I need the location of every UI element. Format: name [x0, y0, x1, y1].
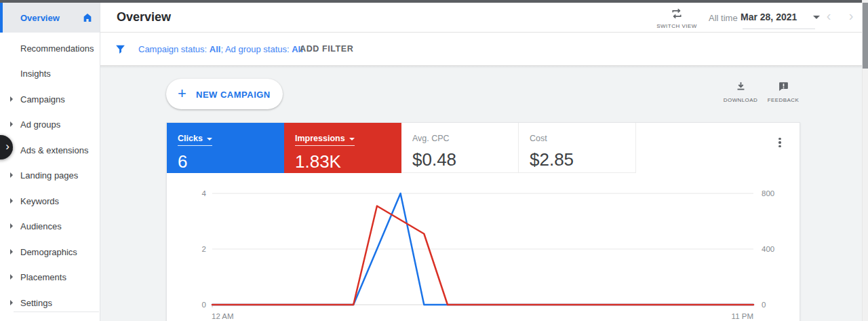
expand-triangle-icon [10, 198, 13, 204]
expand-triangle-icon [10, 300, 13, 305]
scorecard-clicks[interactable]: Clicks6 [167, 123, 284, 173]
sidebar-item-label: Ad groups [20, 119, 60, 130]
expand-triangle-icon [10, 274, 13, 280]
scorecard-label: Cost [530, 134, 547, 143]
switch-view-button[interactable]: SWITCH VIEW [651, 6, 703, 33]
overview-card: Clicks6Impressions1.83KAvg. CPC$0.48Cost… [166, 122, 800, 321]
next-date-button[interactable]: › [843, 8, 859, 24]
sidebar-item-label: Campaigns [20, 94, 65, 104]
axis-tick-label: 400 [762, 245, 774, 253]
overview-chart: 024040080012 AM11 PM [167, 174, 801, 321]
expand-triangle-icon [10, 172, 13, 178]
google-ads-overview-page: Overview RecommendationsInsightsCampaign… [0, 0, 868, 321]
sidebar-item-keywords[interactable]: Keywords [0, 188, 100, 214]
sidebar-item-recommendations[interactable]: Recommendations [0, 35, 100, 61]
scorecard-cost[interactable]: Cost$2.85 [519, 123, 636, 173]
sidebar-item-demographics[interactable]: Demographics [0, 239, 100, 265]
sidebar-item-overview[interactable]: Overview [0, 3, 100, 33]
scorecard-value: $0.48 [412, 149, 518, 170]
scrollbar [862, 0, 868, 321]
home-icon [82, 12, 93, 23]
scorecard-label: Impressions [295, 134, 355, 146]
axis-tick-label: 2 [202, 245, 206, 253]
sidebar-item-label: Audiences [20, 221, 62, 231]
scorecard-value: $2.85 [530, 149, 635, 170]
sidebar-item-audiences[interactable]: Audiences [0, 214, 100, 240]
axis-tick-label: 12 AM [212, 312, 234, 320]
download-icon [735, 81, 747, 92]
selected-indicator-bar [0, 3, 3, 33]
axis-tick-label: 11 PM [732, 312, 753, 320]
feedback-button[interactable]: FEEDBACK [763, 81, 804, 103]
switch-view-icon [669, 7, 684, 20]
sidebar-item-label: Landing pages [20, 170, 78, 181]
new-campaign-label: NEW CAMPAIGN [196, 90, 271, 100]
plus-icon: + [178, 85, 186, 102]
new-campaign-button[interactable]: + NEW CAMPAIGN [166, 79, 283, 109]
download-button[interactable]: DOWNLOAD [720, 81, 761, 103]
scorecard-value: 6 [178, 151, 284, 172]
feedback-icon [778, 81, 789, 92]
active-filters[interactable]: Campaign status: All; Ad group status: A… [138, 44, 303, 54]
axis-tick-label: 0 [202, 301, 206, 309]
sidebar-item-label: Demographics [20, 246, 77, 257]
axis-tick-label: 800 [762, 189, 774, 197]
sidebar-item-landing-pages[interactable]: Landing pages [0, 163, 100, 189]
axis-tick-label: 0 [762, 301, 766, 309]
card-options-button[interactable] [774, 136, 786, 149]
series-line-impressions [212, 206, 753, 305]
switch-view-label: SWITCH VIEW [651, 23, 703, 29]
sidebar-item-label: Placements [20, 272, 66, 282]
main-content: + NEW CAMPAIGN DOWNLOAD FEEDBACK Clicks6… [100, 66, 862, 321]
sidebar-item-ads-extensions[interactable]: Ads & extensions [0, 137, 100, 163]
sidebar: Overview RecommendationsInsightsCampaign… [0, 3, 100, 321]
sidebar-item-ad-groups[interactable]: Ad groups [0, 112, 100, 138]
scorecard-impressions[interactable]: Impressions1.83K [284, 123, 401, 173]
chevron-down-icon [207, 138, 212, 140]
sidebar-item-label: Insights [20, 69, 51, 79]
sidebar-item-label: Overview [20, 13, 60, 23]
sidebar-item-label: Keywords [20, 195, 59, 206]
sidebar-item-label: Recommendations [20, 43, 94, 53]
filter-bar: Campaign status: All; Ad group status: A… [100, 33, 862, 66]
page-title: Overview [117, 10, 171, 24]
date-range-selector[interactable]: Mar 28, 2021 [741, 11, 820, 23]
scorecard-label: Clicks [178, 134, 212, 146]
expand-triangle-icon [10, 121, 13, 127]
feedback-label: FEEDBACK [763, 97, 804, 103]
chevron-right-icon: › [5, 140, 9, 153]
sidebar-item-label: Settings [20, 297, 52, 307]
scorecard-label: Avg. CPC [412, 134, 450, 143]
sidebar-item-label: Ads & extensions [20, 145, 88, 155]
date-value: Mar 28, 2021 [741, 12, 797, 22]
expand-triangle-icon [10, 96, 13, 102]
sidebar-item-insights[interactable]: Insights [0, 61, 100, 87]
chevron-down-icon [813, 16, 820, 19]
scorecard-value: 1.83K [295, 151, 401, 172]
scrollbar-thumb[interactable] [863, 3, 868, 69]
axis-tick-label: 4 [202, 189, 207, 197]
scorecard-row: Clicks6Impressions1.83KAvg. CPC$0.48Cost… [167, 123, 800, 173]
filter-segment: Campaign status: [138, 44, 210, 54]
filter-segment: All [210, 44, 221, 54]
date-underline [743, 29, 815, 29]
filter-segment: Ad group status: [225, 44, 292, 54]
previous-date-button[interactable]: ‹ [821, 8, 837, 24]
sidebar-item-campaigns[interactable]: Campaigns [0, 86, 100, 112]
expand-triangle-icon [10, 223, 13, 229]
page-header: Overview SWITCH VIEW All time Mar 28, 20… [100, 3, 862, 33]
filter-icon [115, 43, 126, 55]
download-label: DOWNLOAD [720, 97, 761, 103]
sidebar-divider [14, 311, 99, 312]
scorecard-avg-cpc[interactable]: Avg. CPC$0.48 [401, 123, 519, 173]
sidebar-item-placements[interactable]: Placements [0, 265, 100, 290]
chevron-down-icon [349, 138, 355, 140]
add-filter-button[interactable]: ADD FILTER [300, 44, 353, 54]
expand-triangle-icon [10, 249, 13, 254]
date-range-preset: All time [709, 13, 738, 23]
kebab-icon [778, 138, 781, 140]
